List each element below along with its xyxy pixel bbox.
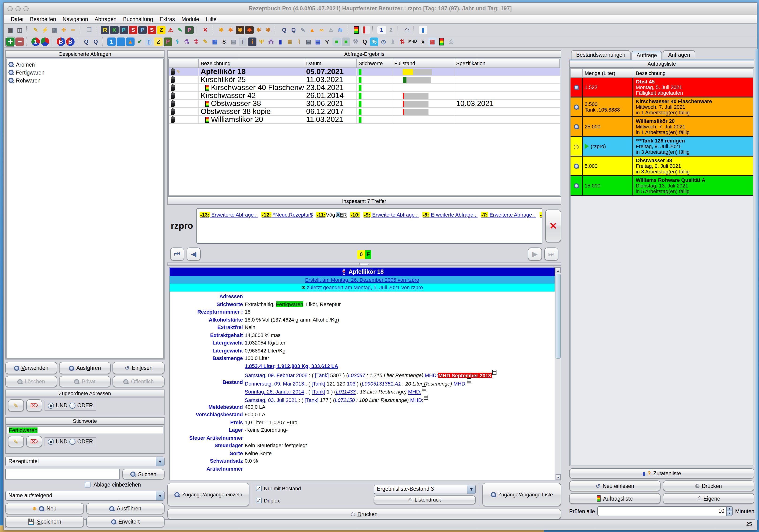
detail-scrollbar[interactable]: ▲ ▼ (555, 268, 561, 480)
pie-b-icon[interactable]: B (66, 37, 74, 46)
stock-in-icon[interactable]: ✚ (6, 37, 15, 46)
addresses-und-radio[interactable] (48, 402, 54, 408)
order-row[interactable]: 3.500Tank :105,8888Kirschwasser 40 Flasc… (571, 97, 753, 117)
new-doc2-icon[interactable]: ✱ (226, 26, 235, 34)
percent-icon[interactable]: % (370, 37, 378, 46)
order-row[interactable]: 15.000Williams Rohware Qualität ADiensta… (571, 176, 753, 196)
capsule-icon[interactable]: ▮ (276, 37, 285, 46)
check-icon[interactable]: ✔ (136, 37, 144, 46)
drucken-button[interactable]: ⎙Drucken (167, 509, 561, 519)
stock-out-icon[interactable]: ━ (16, 37, 24, 46)
history-entry-link[interactable]: Erweiterte Abfrage : (210, 212, 258, 217)
new-sample-icon[interactable]: ✱ (255, 26, 263, 34)
stock-link[interactable]: [Tank] (311, 389, 325, 395)
traffic-light-icon[interactable] (352, 26, 361, 34)
clear-history-button[interactable]: ✕ (545, 209, 561, 242)
scroll-up-icon[interactable]: ▲ (556, 268, 561, 273)
phone-edit-icon[interactable]: ■ (342, 37, 350, 46)
syringe-icon[interactable]: ⚕ (173, 37, 181, 46)
printer2-icon[interactable]: ⎙ (447, 37, 455, 46)
edit-keywords-button[interactable]: ✎ (8, 436, 24, 447)
new-recipe-icon[interactable]: ✱ (236, 26, 244, 34)
pie-icon[interactable] (41, 37, 49, 46)
search-icon[interactable]: Q (280, 26, 288, 34)
history-entry[interactable]: -9: Erweiterte Abfrage : (364, 210, 419, 218)
recipe-r-icon[interactable]: R (101, 26, 109, 34)
traffic-light2-icon[interactable] (437, 37, 446, 46)
import-flash-icon[interactable]: ⚡ (41, 26, 49, 34)
ball-cone-icon[interactable]: ▲ (126, 37, 135, 46)
flask-purple-icon[interactable]: ⚗ (182, 37, 191, 46)
device-icon[interactable]: ▯ (145, 37, 153, 46)
stock-link[interactable]: Samstag, 09. Februar 2008 (245, 372, 307, 378)
col-fuellstand[interactable]: Füllstand (392, 59, 454, 67)
splitter-handle[interactable] (167, 262, 561, 266)
recipe-k-icon[interactable]: K (110, 26, 119, 34)
stock-link[interactable]: MHD: (453, 381, 466, 387)
new-recipe2-icon[interactable]: ✱ (245, 26, 254, 34)
interval-input[interactable]: 10 (597, 506, 727, 516)
history-entry-link[interactable]: Erweiterte Abfrage : (429, 212, 477, 217)
remove-icon[interactable]: ━ (69, 26, 77, 34)
history-entry[interactable]: -6: Erweiterte Abfrage : (539, 210, 542, 218)
edit-addresses-button[interactable]: ✎ (8, 399, 24, 411)
sort-order-select[interactable]: Name aufsteigend ▼ (5, 491, 165, 501)
history-entry[interactable]: -7: Erweiterte Abfrage : (481, 210, 536, 218)
search-dark-icon[interactable]: Q (361, 37, 369, 46)
privat-button[interactable]: Privat (59, 376, 111, 387)
table-row[interactable]: Williamslikör 2011.03.2021 (169, 116, 560, 124)
menu-abfragen[interactable]: Abfragen (92, 15, 120, 23)
distill-icon[interactable]: ♨ (327, 26, 335, 34)
search-pie-icon[interactable]: Q (92, 37, 100, 46)
history-entry-link[interactable]: Erweiterte Abfrage : (488, 212, 536, 217)
table-row[interactable]: Kirschwasser 4226.01.2014 (169, 92, 560, 100)
suchen-button[interactable]: Suchen (122, 469, 165, 479)
lot-link[interactable]: L0905131351.A1 (362, 381, 401, 387)
order-row[interactable]: ◷(rzpro)***Tank 128 reinigenFreitag, 9. … (571, 137, 753, 157)
table-row[interactable]: ✎Apfellikör 1805.07.2021 (169, 68, 560, 76)
ablage-checkbox[interactable] (85, 482, 91, 487)
calculator-icon[interactable]: ▦ (50, 26, 59, 34)
play-icon[interactable] (584, 143, 589, 149)
search-one-icon[interactable]: Q (289, 26, 298, 34)
table-calc-icon[interactable]: ▦ (428, 37, 436, 46)
interval-spinner[interactable]: ▲▼ (727, 506, 733, 516)
last-page-button[interactable]: ⏭ (544, 247, 558, 261)
menu-module[interactable]: Module (178, 15, 202, 23)
verwenden-button[interactable]: Verwenden (5, 362, 57, 374)
delete-x-icon[interactable]: ✕ (201, 26, 210, 34)
saved-query-aromen[interactable]: Aromen (8, 60, 162, 68)
funnel-icon[interactable]: ⋎ (323, 37, 332, 46)
menu-buchhaltung[interactable]: Buchhaltung (120, 15, 156, 23)
pie-b1-icon[interactable]: B (57, 37, 65, 46)
table-row[interactable]: Kirschwasser 40 Flaschenware23.04.2021 (169, 84, 560, 92)
history-entry-link[interactable]: ^Neue.Rezeptur$ (271, 212, 313, 217)
note-icon[interactable] (467, 378, 471, 383)
duplex-checkbox[interactable]: ✓ (256, 498, 261, 503)
search-field-select[interactable]: Rezepturtitel ▼ (5, 457, 165, 466)
new-ampoule-icon[interactable]: ✱ (264, 26, 272, 34)
einlesen-button[interactable]: ↺Einlesen (113, 362, 165, 374)
scroll-down-icon[interactable]: ▼ (556, 475, 561, 480)
order-row[interactable]: 5.000Obstwasser 38Freitag, 9. Juli 2021i… (571, 157, 753, 176)
clock-icon[interactable]: ◷ (379, 37, 388, 46)
window-1-icon[interactable]: 1 (378, 26, 386, 34)
tab-bestandswarnungen[interactable]: Bestandswarnungen (571, 50, 630, 59)
col-bezeichnung[interactable]: Bezeichnung (199, 59, 304, 67)
history-entry[interactable]: -10: (350, 210, 360, 218)
prev-page-button[interactable]: ◀ (186, 247, 201, 261)
history-entry[interactable]: -11:Vög AER (316, 210, 347, 218)
erweitert-button[interactable]: Erweitert (86, 516, 165, 527)
eigene-button[interactable]: ⎙Eigene (663, 493, 754, 504)
keywords-oder-radio[interactable] (69, 438, 75, 444)
menu-hilfe[interactable]: Hilfe (203, 15, 220, 23)
pie-1-icon[interactable]: 1 (31, 37, 40, 46)
close-window-icon[interactable] (8, 6, 13, 11)
minimize-window-icon[interactable] (16, 6, 20, 11)
search-input[interactable] (5, 469, 120, 479)
sheet-add-icon[interactable]: ▤ (314, 37, 322, 46)
history-entry-link[interactable]: Erweiterte Abfrage : (371, 212, 419, 217)
title-bar[interactable]: Rezeptbuch Pro (4.0.0/05 .07.2021) Haupt… (4, 3, 757, 15)
menu-extras[interactable]: Extras (156, 15, 178, 23)
bricks-icon[interactable]: ≣ (286, 37, 294, 46)
